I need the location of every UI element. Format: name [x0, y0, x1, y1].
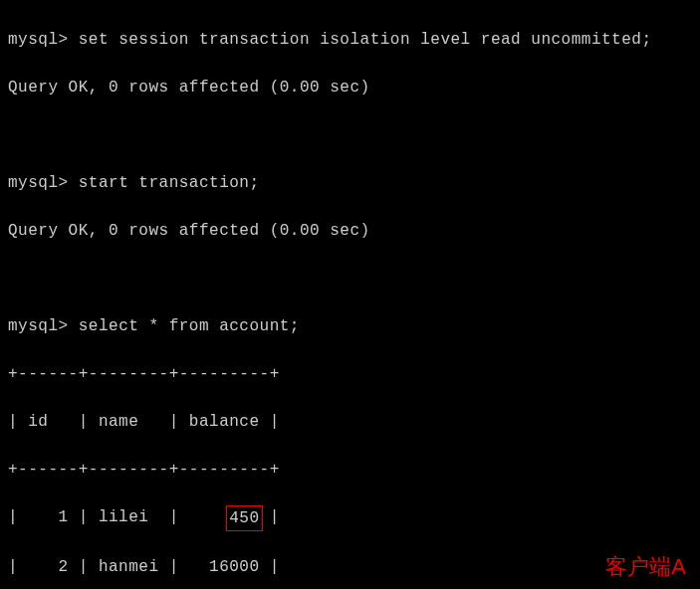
response-query-ok-1: Query OK, 0 rows affected (0.00 sec)	[8, 76, 692, 99]
cmd-start-tx: start transaction;	[79, 174, 260, 192]
prompt: mysql>	[8, 174, 69, 192]
table-row: | 2 | hanmei | 16000 |	[8, 555, 692, 579]
prompt: mysql>	[8, 31, 69, 49]
cmd-set-isolation: set session transaction isolation level …	[79, 31, 652, 49]
table-header: | id | name | balance |	[8, 410, 692, 434]
cmd-select-1: select * from account;	[79, 317, 300, 335]
client-label: 客户端A	[605, 550, 686, 583]
table-border: +------+--------+---------+	[8, 362, 692, 386]
cmd-line-2[interactable]: mysql> start transaction;	[8, 171, 692, 195]
cmd-line-1[interactable]: mysql> set session transaction isolation…	[8, 28, 692, 52]
cmd-line-3[interactable]: mysql> select * from account;	[8, 314, 692, 338]
terminal-output: mysql> set session transaction isolation…	[8, 4, 692, 589]
table-border: +------+--------+---------+	[8, 458, 692, 482]
prompt: mysql>	[8, 317, 69, 335]
highlighted-balance-1: 450	[226, 505, 262, 531]
response-query-ok-2: Query OK, 0 rows affected (0.00 sec)	[8, 219, 692, 243]
table-row: | 1 | lilei | 450 |	[8, 505, 692, 531]
